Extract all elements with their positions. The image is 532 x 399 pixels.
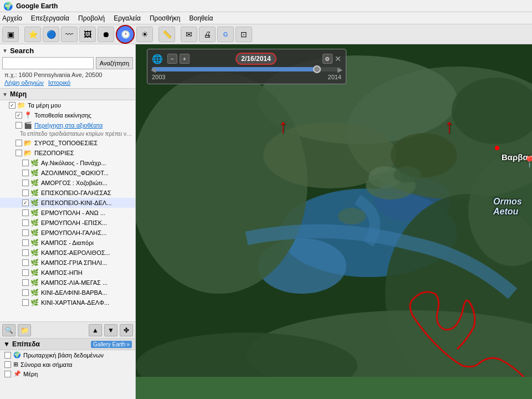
menu-file[interactable]: Αρχείο: [2, 14, 22, 22]
tour-item[interactable]: 🎬 Περιήγηση στα αξιοθέατα: [0, 120, 135, 130]
trail-8-cb[interactable]: [22, 239, 29, 246]
layer-item-2[interactable]: 📌 Μέρη: [0, 369, 135, 378]
menu-help[interactable]: Βοηθεία: [189, 14, 213, 22]
trail-item-5[interactable]: 🌿 ΕΡΜΟΥΠΟΛΗ - ΑΝΩ ...: [0, 208, 135, 218]
directions-link[interactable]: Λήψη οδηγιών: [4, 79, 44, 86]
sidebar-toggle-button[interactable]: ▣: [2, 27, 19, 42]
trail-14-cb[interactable]: [22, 299, 29, 306]
trail-9-cb[interactable]: [22, 249, 29, 256]
search-collapse-icon[interactable]: ▼: [2, 48, 8, 54]
record-tour-button[interactable]: ⏺: [98, 27, 114, 42]
gallery-badge[interactable]: Gallery Earth »: [91, 341, 132, 348]
layer-0-cb[interactable]: [4, 352, 11, 359]
layer-2-cb[interactable]: [4, 371, 11, 377]
trail-0-cb[interactable]: [22, 160, 29, 166]
layers-collapse-icon[interactable]: ▼: [3, 340, 10, 348]
move-down-button[interactable]: ▼: [104, 324, 117, 336]
trail-13-cb[interactable]: [22, 289, 29, 296]
trail-item-0[interactable]: 🌿 Αγ.Νικόλαος - Πανάχρ...: [0, 158, 135, 168]
trail-item-13[interactable]: 🌿 ΚΙΝΙ-ΔΕΛΦΙΝΙ-ΒΑΡΒΑ...: [0, 288, 135, 298]
time-slider-panel[interactable]: 🌐 − + 2/16/2014 ⚙ ✕ ◀ ▶ 2003: [147, 49, 346, 84]
timeslider-settings-btn[interactable]: ⚙: [323, 54, 332, 64]
trail-12-cb[interactable]: [22, 279, 29, 286]
syros-folder[interactable]: 📂 ΣΥΡΟΣ_ΤΟΠΟΘΕΣΙΕΣ: [0, 138, 135, 148]
sun-light-button[interactable]: ☀: [136, 27, 153, 42]
trail-12-icon: 🌿: [30, 279, 39, 287]
trail-6-cb[interactable]: [22, 219, 29, 226]
layer-item-1[interactable]: ⊞ Σύνορα και σήματα: [0, 360, 135, 369]
my-places-folder[interactable]: 📁 Τα μέρη μου: [0, 100, 135, 110]
trail-item-3[interactable]: 🌿 ΕΠΙΣΚΟΠΕΙΟ-ΓΑΛΗΣΣΑΣ: [0, 188, 135, 198]
trail-item-11[interactable]: 🌿 ΚΑΜΠΟΣ-ΗΠΗ: [0, 268, 135, 278]
menu-tools[interactable]: Εργαλεία: [114, 14, 141, 22]
search-button[interactable]: Αναζήτηση: [96, 57, 133, 69]
trail-0-icon: 🌿: [30, 159, 39, 167]
start-location-item[interactable]: 📍 Τοποθεσία εκκίνησης: [0, 110, 135, 120]
timeslider-close-btn[interactable]: ✕: [335, 54, 341, 63]
history-link[interactable]: Ιστορικό: [48, 79, 70, 86]
trail-4-cb[interactable]: [22, 200, 29, 206]
tour-icon: 🎬: [24, 121, 32, 129]
add-polygon-button[interactable]: 🔵: [43, 27, 59, 42]
app-icon: 🌍: [3, 2, 13, 11]
print-button[interactable]: 🖨: [199, 27, 216, 42]
trail-11-cb[interactable]: [22, 269, 29, 276]
move-up-button[interactable]: ▲: [89, 324, 102, 336]
start-location-checkbox[interactable]: [16, 112, 22, 119]
email-button[interactable]: ✉: [181, 27, 197, 42]
svg-point-1: [280, 188, 457, 277]
trail-item-14[interactable]: 🌿 ΚΙΝΙ-ΧΑΡΤΙΑΝΑ-ΔΕΛΦ...: [0, 298, 135, 308]
trail-item-1[interactable]: 🌿 ΑΖΟΛΙΜΝΟΣ_ΦΩΚΙΟΤ...: [0, 168, 135, 178]
svg-point-6: [136, 72, 308, 294]
search-input[interactable]: [2, 57, 94, 69]
trail-item-10[interactable]: 🌿 ΚΑΜΠΟΣ-ΓΡΙΑ ΣΠΗΛΙ...: [0, 258, 135, 268]
map-area[interactable]: ↑ ↑ Βαρβαρούσα Ormos Aetou Δελφίνι 📍 📌 🌐…: [136, 44, 532, 399]
zoom-out-btn[interactable]: −: [167, 54, 177, 64]
add-path-button[interactable]: 〰: [61, 27, 78, 42]
google-button[interactable]: G: [217, 27, 234, 42]
tour-checkbox[interactable]: [16, 122, 22, 129]
places-section-header[interactable]: ▼ Μέρη: [0, 89, 135, 100]
pezoporias-checkbox[interactable]: [16, 150, 22, 156]
timeslider-track[interactable]: ◀ ▶: [152, 67, 341, 71]
trail-5-cb[interactable]: [22, 209, 29, 216]
layer-1-label: Σύνορα και σήματα: [21, 361, 72, 368]
pezoporias-folder[interactable]: 📂 ΠΕΖΟΠΟΡΙΕΣ: [0, 148, 135, 158]
folder-mini-button[interactable]: 📁: [18, 324, 31, 336]
trail-1-cb[interactable]: [22, 170, 29, 176]
svg-point-15: [136, 332, 357, 377]
my-places-checkbox[interactable]: [9, 102, 16, 109]
add-image-button[interactable]: 🖼: [79, 27, 96, 42]
timeslider-fill: [152, 67, 317, 71]
ruler-button[interactable]: 📏: [158, 27, 175, 42]
trail-item-2[interactable]: 🌿 ΑΜΟΡΓΟΣ : Χοζοβιώτι...: [0, 178, 135, 188]
start-location-label: Τοποθεσία εκκίνησης: [34, 112, 91, 119]
zoom-in-btn[interactable]: +: [180, 54, 190, 64]
syros-checkbox[interactable]: [16, 140, 22, 146]
time-slider-button[interactable]: 🕐: [116, 25, 135, 44]
trail-item-12[interactable]: 🌿 ΚΑΜΠΟΣ-ΛΙΑ-ΜΕΓΑΣ ...: [0, 278, 135, 288]
add-placemark-button[interactable]: ⭐: [24, 27, 41, 42]
menu-add[interactable]: Προσθήκη: [150, 14, 181, 22]
trail-2-cb[interactable]: [22, 180, 29, 186]
share-button[interactable]: ✤: [120, 324, 133, 336]
menu-view[interactable]: Προβολή: [78, 14, 105, 22]
trail-item-4[interactable]: 🌿 ΕΠΙΣΚΟΠΕΙΟ-ΚΙΝΙ-ΔΕΛ...: [0, 198, 135, 208]
search-mini-button[interactable]: 🔍: [2, 324, 16, 336]
trail-10-cb[interactable]: [22, 259, 29, 266]
trail-7-label: ΕΡΜΟΥΠΟΛΗ-ΓΑΛΗΣ...: [41, 229, 106, 236]
layer-item-0[interactable]: 🌍 Πρωταρχική βάση δεδομένων: [0, 350, 135, 360]
svg-point-17: [393, 166, 421, 183]
menu-edit[interactable]: Επεξεργασία: [31, 14, 69, 22]
view-type-button[interactable]: ⊡: [236, 27, 252, 42]
tour-subtext: Το επίπεδο τρισδιάστατων κτιρίων πρέπει …: [0, 130, 135, 138]
trail-item-9[interactable]: 🌿 ΚΑΜΠΟΣ-ΑΕΡΟΛΙΘΟΣ...: [0, 248, 135, 258]
layer-1-cb[interactable]: [4, 361, 11, 368]
trail-2-icon: 🌿: [30, 179, 39, 187]
trail-7-cb[interactable]: [22, 229, 29, 236]
timeslider-thumb[interactable]: [313, 65, 321, 73]
trail-item-7[interactable]: 🌿 ΕΡΜΟΥΠΟΛΗ-ΓΑΛΗΣ...: [0, 228, 135, 238]
trail-3-cb[interactable]: [22, 190, 29, 196]
trail-item-8[interactable]: 🌿 ΚΑΜΠΟΣ - Διαπόρι: [0, 238, 135, 248]
trail-item-6[interactable]: 🌿 ΕΡΜΟΥΠΟΛΗ -ΕΠΙΣΚ...: [0, 218, 135, 228]
